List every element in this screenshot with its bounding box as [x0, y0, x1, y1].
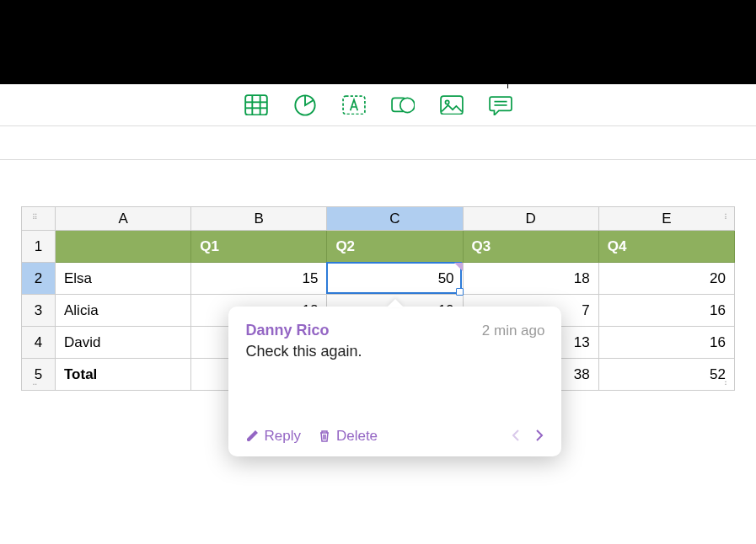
comment-author: Danny Rico: [245, 322, 329, 339]
row-num-3[interactable]: 3: [22, 295, 56, 327]
comment-icon[interactable]: [489, 94, 512, 116]
comment-popup: Danny Rico 2 min ago Check this again. R…: [228, 307, 561, 456]
header-cell-E[interactable]: Q4: [598, 231, 734, 263]
svg-rect-0: [245, 95, 267, 115]
cell-A3[interactable]: Alicia: [56, 295, 191, 327]
table-handle-tl[interactable]: ⠿: [28, 210, 43, 225]
header-cell-B[interactable]: Q1: [191, 231, 327, 263]
trash-icon: [318, 429, 331, 443]
table-row: 2 Elsa 15 50 18 20: [22, 263, 735, 295]
col-letter-B[interactable]: B: [191, 207, 327, 231]
popup-pointer-icon: [387, 299, 404, 307]
col-letter-C[interactable]: C: [327, 207, 463, 231]
table-handle-br[interactable]: ⠃: [720, 377, 735, 392]
chart-icon[interactable]: [293, 94, 317, 116]
cell-E3[interactable]: 16: [598, 295, 734, 327]
table-icon[interactable]: [244, 94, 268, 116]
cell-E4[interactable]: 16: [598, 327, 734, 359]
col-letter-E[interactable]: E: [598, 207, 734, 231]
row-num-2[interactable]: 2: [22, 263, 56, 295]
callout-line: [507, 55, 508, 88]
cell-B2[interactable]: 15: [191, 263, 327, 295]
col-letter-A[interactable]: A: [56, 207, 191, 231]
header-row: 1 Q1 Q2 Q3 Q4: [22, 231, 735, 263]
toolbar: [0, 84, 756, 126]
cell-A2[interactable]: Elsa: [56, 263, 191, 295]
formula-bar-area: [0, 126, 756, 160]
pencil-icon: [245, 429, 259, 443]
cell-value: 50: [438, 270, 454, 286]
chevron-left-icon: [511, 429, 521, 442]
table-handle-bl[interactable]: ⠒: [28, 377, 43, 392]
cell-A4[interactable]: David: [56, 327, 191, 359]
comment-timestamp: 2 min ago: [482, 323, 545, 339]
text-icon[interactable]: [342, 94, 366, 116]
top-black-region: [0, 0, 756, 84]
header-cell-D[interactable]: Q3: [463, 231, 598, 263]
reply-button[interactable]: Reply: [245, 428, 300, 445]
svg-rect-9: [441, 96, 463, 115]
column-letters-row: A B C D E: [22, 207, 735, 231]
svg-point-8: [399, 98, 414, 112]
cell-C2[interactable]: 50: [327, 263, 463, 295]
next-comment-button[interactable]: [534, 427, 544, 446]
svg-point-10: [445, 100, 448, 104]
cell-D2[interactable]: 18: [463, 263, 598, 295]
header-cell-A[interactable]: [56, 231, 191, 263]
cell-A5[interactable]: Total: [56, 359, 191, 391]
comment-indicator-icon[interactable]: [454, 263, 463, 271]
table-handle-tr[interactable]: ⠇: [720, 210, 735, 225]
delete-label: Delete: [336, 428, 378, 445]
cell-E5[interactable]: 52: [598, 359, 734, 391]
cell-E2[interactable]: 20: [598, 263, 734, 295]
chevron-right-icon: [534, 429, 544, 442]
col-letter-D[interactable]: D: [463, 207, 598, 231]
comment-text: Check this again.: [245, 343, 544, 419]
row-num-1[interactable]: 1: [22, 231, 56, 263]
header-cell-C[interactable]: Q2: [327, 231, 463, 263]
reply-label: Reply: [264, 428, 300, 445]
prev-comment-button[interactable]: [511, 427, 521, 446]
row-num-4[interactable]: 4: [22, 327, 56, 359]
delete-button[interactable]: Delete: [318, 428, 378, 445]
media-icon[interactable]: [440, 94, 464, 116]
shape-icon[interactable]: [391, 94, 415, 116]
